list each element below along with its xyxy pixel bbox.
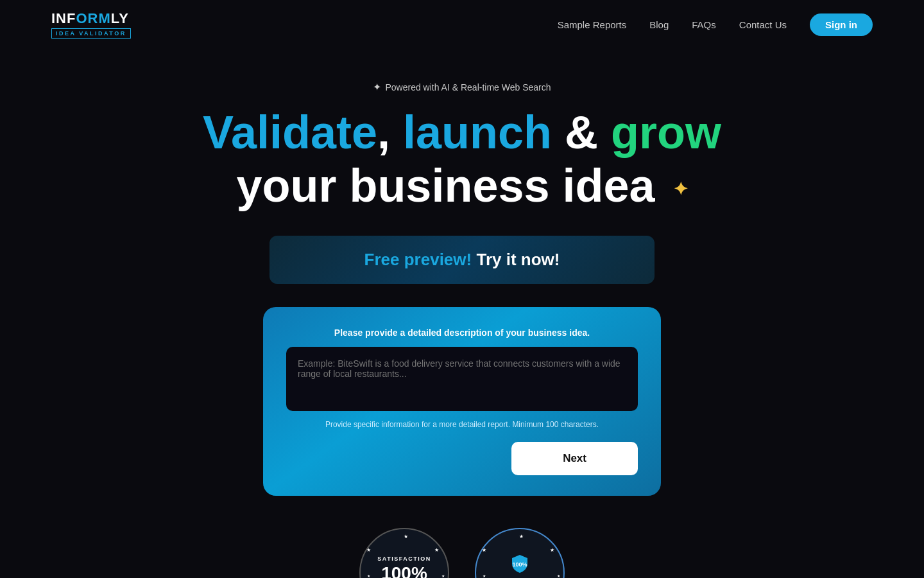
svg-text:★: ★ [519,534,524,539]
hero-title-line2: your business idea ✦ [13,159,911,213]
svg-text:★: ★ [434,547,439,553]
nav-blog[interactable]: Blog [649,19,669,30]
form-label: Please provide a detailed description of… [286,328,638,338]
title-rest: your business idea [236,160,654,211]
sparkle-gold-icon: ✦ [673,179,688,200]
logo-tagline: IDEA VALIDATOR [51,28,131,39]
svg-text:★: ★ [482,547,486,553]
svg-text:★: ★ [441,574,445,578]
nav-contact-us[interactable]: Contact Us [739,19,787,30]
word-validate: Validate [203,107,377,158]
hero-section: ✦ Powered with AI & Real-time Web Search… [0,49,924,578]
preview-free-text: Free preview! [364,250,472,269]
logo-inf: INF [51,10,76,26]
preview-banner: Free preview! Try it now! [270,236,654,284]
satisfaction-percent: 100% [377,565,431,578]
svg-text:★: ★ [483,574,486,578]
svg-text:★: ★ [404,534,408,539]
svg-text:★: ★ [550,547,554,553]
title-and: & [565,107,611,158]
signin-button[interactable]: Sign in [810,13,873,36]
svg-text:★: ★ [366,547,371,553]
word-grow: grow [611,107,721,158]
sparkle-icon: ✦ [373,81,381,93]
confidentiality-badge: ★ ★ ★ ★ ★ ★ ★ ★ 100% CONFIDENTIALITY GUA… [475,528,565,578]
svg-text:100%: 100% [512,561,527,568]
hero-title-line1: Validate, launch & grow [13,106,911,159]
title-comma: , [377,107,403,158]
word-launch: launch [403,107,552,158]
powered-text: Powered with AI & Real-time Web Search [385,82,551,92]
confidentiality-badge-content: 100% CONFIDENTIALITY GUARANTEE [486,554,553,578]
hero-title: Validate, launch & grow your business id… [13,106,911,213]
logo-orm: ORM [76,10,110,26]
form-card: Please provide a detailed description of… [263,307,661,496]
satisfaction-badge: ★ ★ ★ ★ ★ ★ ★ ★ SATISFACTION 100% GUARAN… [359,528,449,578]
badges-row: ★ ★ ★ ★ ★ ★ ★ ★ SATISFACTION 100% GUARAN… [13,528,911,578]
nav-sample-reports[interactable]: Sample Reports [558,19,627,30]
logo-ly: LY [111,10,129,26]
powered-badge: ✦ Powered with AI & Real-time Web Search [373,81,551,93]
form-hint: Provide specific information for a more … [286,420,638,429]
navbar: INFORMLY IDEA VALIDATOR Sample Reports B… [0,0,924,49]
svg-text:★: ★ [367,574,370,578]
preview-rest-text: Try it now! [476,250,560,269]
satisfaction-title: SATISFACTION [377,556,431,562]
logo: INFORMLY IDEA VALIDATOR [51,10,131,39]
nav-faqs[interactable]: FAQs [692,19,716,30]
shield-icon: 100% [509,554,530,574]
nav-links: Sample Reports Blog FAQs Contact Us Sign… [558,13,873,36]
business-idea-textarea[interactable] [286,347,638,411]
satisfaction-badge-content: SATISFACTION 100% GUARANTEE [377,556,431,578]
logo-wordmark: INFORMLY [51,10,129,27]
next-button[interactable]: Next [511,442,638,475]
svg-text:★: ★ [557,574,560,578]
